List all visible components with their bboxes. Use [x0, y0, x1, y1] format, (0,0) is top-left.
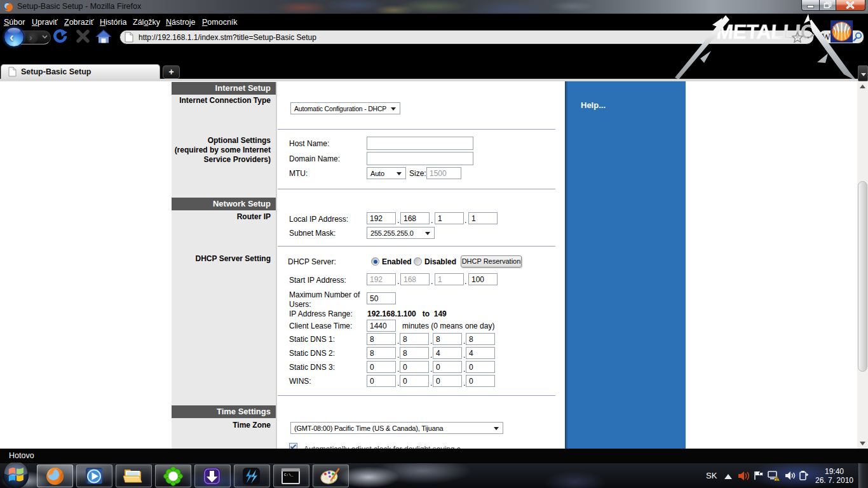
svg-text:C:\_: C:\_	[284, 473, 294, 477]
